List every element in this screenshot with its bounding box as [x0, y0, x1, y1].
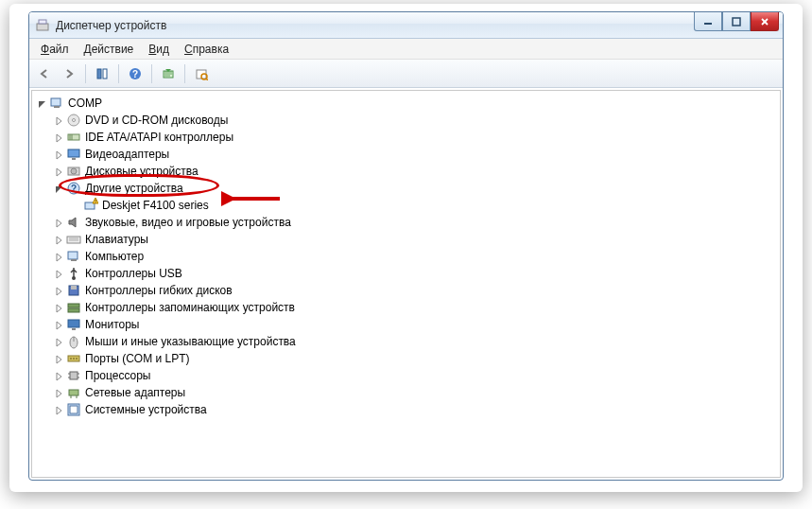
tree-expander-icon[interactable]: [53, 268, 64, 279]
tree-expander-icon[interactable]: [53, 183, 64, 194]
tree-node-label: Видеоадаптеры: [85, 146, 169, 163]
menu-action[interactable]: Действие: [77, 41, 142, 58]
show-hide-tree-button[interactable]: [91, 62, 113, 85]
tree-spacer: [70, 200, 81, 211]
toolbar: ?: [29, 60, 783, 88]
svg-rect-38: [68, 308, 79, 312]
tree-expander-icon[interactable]: [53, 149, 64, 160]
close-button[interactable]: [751, 12, 779, 31]
tree-expander-icon[interactable]: [53, 302, 64, 313]
toolbar-separator: [151, 64, 152, 83]
tree-expander-icon[interactable]: [53, 132, 64, 143]
tree-leaf-node[interactable]: ! Deskjet F4100 series: [68, 197, 778, 214]
tree-node-label: IDE ATA/ATAPI контроллеры: [85, 129, 233, 146]
floppy-icon: [66, 283, 81, 298]
minimize-button[interactable]: [694, 12, 722, 31]
tree-node-label: Контроллеры USB: [85, 265, 182, 282]
usb-icon: [66, 266, 81, 281]
tree-node-label: COMP: [68, 95, 102, 112]
tree-expander-icon[interactable]: [53, 251, 64, 262]
tree-node[interactable]: Контроллеры USB: [51, 265, 778, 282]
tree-expander-icon[interactable]: [53, 285, 64, 296]
svg-point-45: [73, 358, 75, 360]
properties-button[interactable]: [190, 62, 213, 85]
tree-expander-icon[interactable]: [53, 166, 64, 177]
tree-expander-icon[interactable]: [53, 114, 64, 126]
computer-icon: [66, 249, 81, 264]
svg-rect-21: [68, 149, 79, 157]
svg-rect-0: [37, 24, 48, 30]
tree-expander-icon[interactable]: [53, 370, 64, 381]
tree-node-label: Deskjet F4100 series: [102, 197, 209, 214]
svg-text:?: ?: [71, 184, 77, 194]
svg-point-44: [70, 358, 72, 360]
hdd-icon: [66, 164, 81, 179]
svg-rect-7: [103, 69, 107, 79]
maximize-button[interactable]: [722, 12, 751, 31]
tree-node-label: Процессоры: [85, 367, 151, 384]
tree-node[interactable]: DVD и CD-ROM дисководы: [51, 112, 778, 129]
cpu-icon: [66, 368, 81, 383]
tree-node[interactable]: Сетевые адаптеры: [51, 384, 778, 401]
keyboard-icon: [66, 232, 81, 247]
svg-rect-15: [54, 106, 60, 108]
toolbar-separator: [184, 64, 185, 83]
svg-point-46: [76, 358, 78, 360]
tree-expander-icon[interactable]: [53, 336, 64, 347]
tree-node[interactable]: Видеоадаптеры: [51, 146, 778, 163]
tree-node[interactable]: Контроллеры запоминающих устройств: [51, 299, 778, 316]
tree-expander-icon[interactable]: [53, 319, 64, 330]
tree-node-label: Сетевые адаптеры: [85, 384, 185, 401]
tree-node[interactable]: Звуковые, видео и игровые устройства: [51, 214, 778, 231]
tree-node[interactable]: Порты (COM и LPT): [51, 350, 778, 367]
tree-node[interactable]: ? Другие устройства: [51, 180, 778, 197]
tree-expander-icon[interactable]: [53, 234, 64, 245]
tree-node-label: Системные устройства: [85, 401, 207, 418]
display-icon: [66, 147, 81, 162]
tree-expander-icon[interactable]: [53, 387, 64, 398]
menu-file[interactable]: Файл: [33, 41, 77, 58]
tree-node-label: Мыши и иные указывающие устройства: [85, 333, 296, 350]
svg-line-13: [206, 79, 208, 80]
svg-rect-40: [72, 328, 76, 330]
scan-hardware-button[interactable]: [157, 62, 180, 85]
menubar: Файл Действие Вид Справка: [29, 39, 783, 60]
tree-node[interactable]: Мыши и иные указывающие устройства: [51, 333, 778, 350]
titlebar[interactable]: Диспетчер устройств: [29, 12, 783, 39]
svg-rect-47: [70, 372, 78, 379]
device-manager-window: Диспетчер устройств Файл Действие Вид Сп…: [28, 11, 784, 481]
svg-rect-32: [68, 252, 78, 259]
svg-point-24: [71, 168, 77, 174]
tree-expander-icon[interactable]: [36, 97, 47, 109]
tree-expander-icon[interactable]: [53, 217, 64, 228]
svg-rect-1: [39, 20, 46, 24]
tree-node[interactable]: Процессоры: [51, 367, 778, 384]
svg-rect-6: [97, 69, 101, 79]
tree-node[interactable]: IDE ATA/ATAPI контроллеры: [51, 129, 778, 146]
app-icon: [35, 18, 50, 33]
tree-node-label: DVD и CD-ROM дисководы: [85, 112, 228, 129]
tree-node[interactable]: Клавиатуры: [51, 231, 778, 248]
tree-node[interactable]: Дисковые устройства: [51, 163, 778, 180]
tree-node[interactable]: Компьютер: [51, 248, 778, 265]
disc-icon: [66, 113, 81, 128]
help-button[interactable]: ?: [124, 62, 147, 85]
tree-root-node[interactable]: COMP: [34, 95, 778, 112]
menu-help[interactable]: Справка: [177, 41, 236, 58]
svg-rect-22: [72, 158, 76, 160]
tree-node[interactable]: Контроллеры гибких дисков: [51, 282, 778, 299]
tree-expander-icon[interactable]: [53, 404, 64, 415]
menu-view[interactable]: Вид: [141, 41, 177, 58]
device-tree-panel[interactable]: COMP DVD и CD-ROM дисководы IDE ATA/ATAP…: [31, 90, 781, 478]
tree-node-label: Компьютер: [85, 248, 144, 265]
svg-rect-39: [68, 320, 79, 327]
svg-rect-3: [733, 18, 740, 26]
tree-node-label: Другие устройства: [85, 180, 183, 197]
forward-button[interactable]: [58, 62, 80, 85]
tree-node[interactable]: Мониторы: [51, 316, 778, 333]
svg-rect-52: [69, 390, 78, 395]
tree-expander-icon[interactable]: [53, 353, 64, 364]
back-button[interactable]: [33, 62, 56, 85]
tree-node[interactable]: Системные устройства: [51, 401, 778, 418]
audio-icon: [66, 215, 81, 230]
